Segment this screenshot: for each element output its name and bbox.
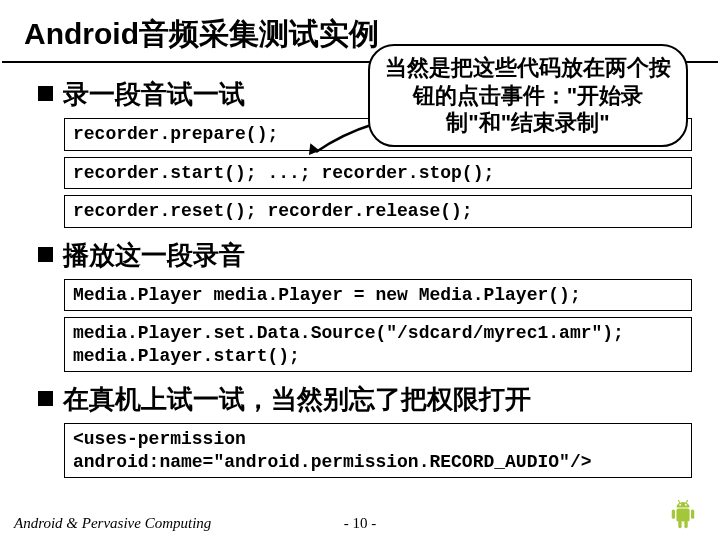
code-box: media.Player.set.Data.Source("/sdcard/my… <box>64 317 692 372</box>
code-line: recorder.prepare(); <box>73 124 278 144</box>
square-bullet-icon <box>38 247 53 262</box>
code-box: Media.Player media.Player = new Media.Pl… <box>64 279 692 312</box>
code-box: <uses-permission android:name="android.p… <box>64 423 692 478</box>
square-bullet-icon <box>38 391 53 406</box>
bullet-row: 播放这一段录音 <box>38 238 692 273</box>
svg-rect-0 <box>676 508 689 521</box>
code-line: <uses-permission android:name="android.p… <box>73 429 591 472</box>
code-box: recorder.reset(); recorder.release(); <box>64 195 692 228</box>
svg-rect-3 <box>678 521 681 529</box>
page-number: - 10 - <box>344 515 377 532</box>
bullet-row: 在真机上试一试，当然别忘了把权限打开 <box>38 382 692 417</box>
svg-rect-4 <box>684 521 687 529</box>
bullet-text: 播放这一段录音 <box>63 238 245 273</box>
code-line: media.Player.set.Data.Source("/sdcard/my… <box>73 323 624 366</box>
svg-line-6 <box>686 500 687 503</box>
bullet-text: 录一段音试一试 <box>63 77 245 112</box>
svg-line-5 <box>678 500 679 503</box>
code-line: recorder.reset(); recorder.release(); <box>73 201 473 221</box>
bullet-text: 在真机上试一试，当然别忘了把权限打开 <box>63 382 531 417</box>
footer-left-text: Android & Pervasive Computing <box>14 515 211 532</box>
svg-rect-1 <box>672 509 675 518</box>
svg-rect-2 <box>691 509 694 518</box>
code-line: Media.Player media.Player = new Media.Pl… <box>73 285 581 305</box>
code-line: recorder.start(); ...; recorder.stop(); <box>73 163 494 183</box>
callout-bubble: 当然是把这些代码放在两个按钮的点击事件："开始录制"和"结束录制" <box>368 44 688 147</box>
svg-point-8 <box>685 504 687 506</box>
square-bullet-icon <box>38 86 53 101</box>
android-icon <box>668 498 698 532</box>
svg-point-7 <box>679 504 681 506</box>
